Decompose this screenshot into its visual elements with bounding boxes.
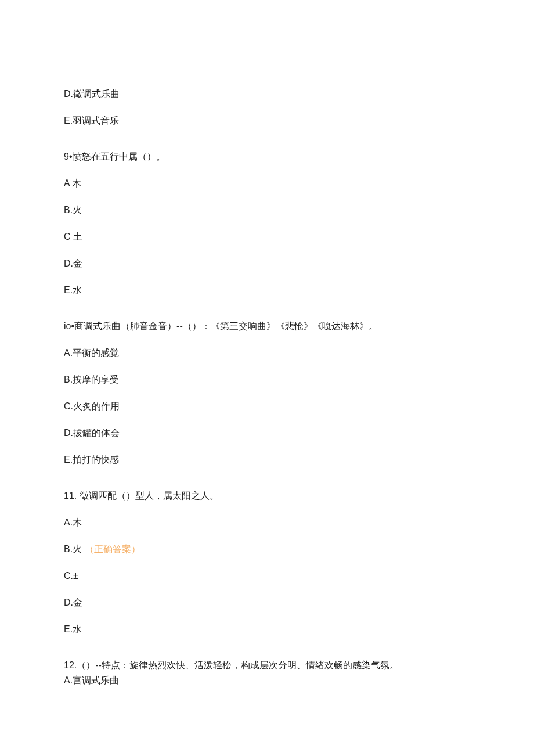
q9-option-d: D.金 <box>64 257 470 271</box>
q10-option-c: C.火炙的作用 <box>64 399 470 413</box>
question-10-stem: io•商调式乐曲（肺音金音）--（）：《第三交响曲》《悲怆》《嘎达海林》。 <box>64 319 470 333</box>
q11-option-b: B.火 （正确答案） <box>64 542 470 556</box>
q11-option-c: C.± <box>64 569 470 583</box>
option-e: E.羽调式音乐 <box>64 114 470 128</box>
document-page: D.徵调式乐曲 E.羽调式音乐 9•愤怒在五行中属（）。 A 木 B.火 C 土… <box>0 0 534 756</box>
q9-option-a: A 木 <box>64 177 470 190</box>
q11-option-a: A.木 <box>64 516 470 530</box>
q11-option-b-text: B.火 <box>64 544 82 554</box>
question-12-stem: 12.（）--特点：旋律热烈欢快、活泼轻松，构成层次分明、情绪欢畅的感染气氛。 <box>64 658 470 672</box>
q10-option-b: B.按摩的享受 <box>64 373 470 387</box>
correct-answer-label: （正确答案） <box>85 544 140 554</box>
q9-option-e: E.水 <box>64 283 470 297</box>
question-11-stem: 11. 徵调匹配（）型人，属太阳之人。 <box>64 489 470 503</box>
q10-option-a: A.平衡的感觉 <box>64 346 470 360</box>
q11-option-d: D.金 <box>64 596 470 610</box>
question-9-stem: 9•愤怒在五行中属（）。 <box>64 150 470 164</box>
q9-option-c: C 土 <box>64 230 470 244</box>
q9-option-b: B.火 <box>64 203 470 217</box>
q11-option-e: E.水 <box>64 622 470 636</box>
q10-option-d: D.拔罐的体会 <box>64 426 470 440</box>
option-d: D.徵调式乐曲 <box>64 87 470 101</box>
q10-option-e: E.拍打的快感 <box>64 453 470 467</box>
q12-option-a: A.宫调式乐曲 <box>64 674 470 687</box>
